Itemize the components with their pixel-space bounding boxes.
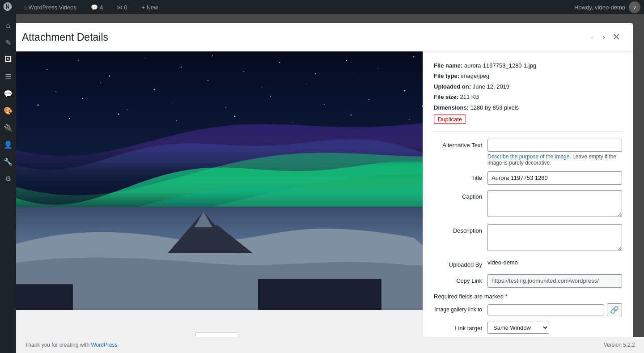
sidebar-icon-appearance[interactable]: 🎨 [0, 103, 16, 118]
alt-text-link[interactable]: Describe the purpose of the image [487, 153, 569, 160]
close-modal-button[interactable]: ✕ [610, 30, 622, 44]
file-size-value: 211 KB [460, 94, 479, 100]
chevron-right-icon: › [602, 33, 605, 42]
sidebar-icon-media[interactable]: 🖼 [0, 52, 16, 67]
uploaded-by-wrap: video-demo [487, 258, 622, 266]
copy-link-row: Copy Link [434, 274, 622, 288]
description-wrap [487, 224, 622, 253]
site-name: WordPress Videos [29, 4, 76, 11]
uploaded-by-row: Uploaded By video-demo [434, 258, 622, 269]
avatar: v [629, 1, 640, 13]
file-size-row: File size: 211 KB [434, 92, 622, 102]
file-name-row: File name: aurora-1197753_1280-1.jpg [434, 60, 622, 71]
comments-item[interactable]: 💬 4 [87, 2, 106, 13]
link-target-row: Link target Same Window New Window Light… [434, 322, 622, 334]
link-target-label: Link target [434, 322, 487, 332]
comment-bubble-icon: 💬 [91, 4, 98, 11]
modal-title: Attachment Details [22, 31, 108, 43]
file-type-value: image/jpeg [461, 72, 490, 79]
uploaded-by-label: Uploaded By [434, 258, 487, 269]
uploaded-on-value: June 12, 2019 [473, 83, 509, 90]
image-panel: Edit Image [11, 51, 423, 353]
modal-navigation: ‹ › ✕ [587, 30, 622, 44]
title-row: Title [434, 171, 622, 185]
sidebar-icon-dashboard[interactable]: ⌂ [0, 18, 16, 33]
gallery-link-wrap: 🔗 [487, 303, 622, 316]
dimensions-row: Dimensions: 1280 by 853 pixels [434, 102, 622, 113]
title-wrap [487, 171, 622, 185]
caption-row: Caption [434, 190, 622, 219]
sidebar-icon-tools[interactable]: 🔧 [0, 154, 16, 169]
home-icon: ⌂ [23, 4, 27, 11]
sidebar-icon-users[interactable]: 👤 [0, 137, 16, 152]
modal-header: Attachment Details ‹ › ✕ [11, 23, 633, 51]
sidebar-icon-posts[interactable]: ✎ [0, 35, 16, 50]
alt-text-label: Alternative Text [434, 139, 487, 149]
new-label: + New [142, 4, 158, 11]
attachment-image [11, 51, 423, 310]
copy-link-wrap [487, 274, 622, 288]
gallery-link-icon-button[interactable]: 🔗 [607, 303, 622, 316]
form-section: Alternative Text Describe the purpose of… [434, 139, 622, 288]
admin-bar: 🅦 ⌂ WordPress Videos 💬 4 ✉ 0 + New Howdy… [0, 0, 644, 14]
comment-count: 4 [100, 4, 103, 11]
alt-text-row: Alternative Text Describe the purpose of… [434, 139, 622, 166]
alt-text-hint: Describe the purpose of the image. Leave… [487, 153, 622, 166]
required-notice: Required fields are marked * [434, 293, 622, 300]
file-info-section: File name: aurora-1197753_1280-1.jpg Fil… [434, 60, 622, 124]
caption-wrap [487, 190, 622, 219]
attachment-details-modal: Attachment Details ‹ › ✕ Edit Image [11, 23, 633, 353]
modal-overlay: Attachment Details ‹ › ✕ Edit Image [0, 14, 644, 353]
message-icon: ✉ [117, 4, 122, 11]
details-panel: File name: aurora-1197753_1280-1.jpg Fil… [423, 51, 633, 353]
file-type-row: File type: image/jpeg [434, 71, 622, 81]
message-count: 0 [124, 4, 127, 11]
new-item[interactable]: + New [138, 2, 162, 13]
file-size-label: File size: [434, 94, 458, 100]
uploaded-on-row: Uploaded on: June 12, 2019 [434, 81, 622, 92]
link-target-select[interactable]: Same Window New Window Lightbox [487, 322, 549, 334]
alt-text-wrap: Describe the purpose of the image. Leave… [487, 139, 622, 166]
prev-attachment-button[interactable]: ‹ [587, 31, 597, 44]
gallery-link-input[interactable] [487, 304, 604, 315]
copy-link-label: Copy Link [434, 274, 487, 285]
caption-textarea[interactable] [487, 190, 622, 217]
howdy-text: Howdy, video-demo [574, 4, 625, 11]
wordpress-link[interactable]: WordPress [91, 342, 117, 348]
sidebar-icon-pages[interactable]: ☰ [0, 69, 16, 84]
uploaded-by-value: video-demo [487, 256, 518, 266]
title-label: Title [434, 171, 487, 182]
version-text: Version 5.2.2 [604, 337, 635, 353]
sidebar-icon-settings[interactable]: ⚙ [0, 171, 16, 186]
file-type-label: File type: [434, 72, 459, 79]
required-asterisk: * [505, 293, 508, 300]
wp-sidebar: ⌂ ✎ 🖼 ☰ 💬 🎨 🔌 👤 🔧 ⚙ [0, 14, 16, 353]
link-icon: 🔗 [610, 306, 619, 314]
dimensions-label: Dimensions: [434, 104, 469, 111]
close-icon: ✕ [612, 31, 620, 43]
sidebar-icon-comments[interactable]: 💬 [0, 86, 16, 101]
site-name-item[interactable]: ⌂ WordPress Videos [20, 2, 80, 13]
footer-text: Thank you for creating with [25, 342, 89, 348]
wp-logo-icon[interactable]: 🅦 [4, 2, 13, 13]
image-gallery-link-label: Image gallery link to [434, 303, 487, 314]
description-row: Description [434, 224, 622, 253]
description-label: Description [434, 224, 487, 235]
duplicate-button[interactable]: Duplicate [434, 115, 466, 124]
alt-text-input[interactable] [487, 139, 622, 152]
uploaded-on-label: Uploaded on: [434, 83, 471, 90]
sidebar-icon-plugins[interactable]: 🔌 [0, 120, 16, 135]
messages-item[interactable]: ✉ 0 [114, 2, 131, 13]
copy-link-input[interactable] [487, 274, 622, 288]
next-attachment-button[interactable]: › [599, 31, 609, 44]
link-target-wrap: Same Window New Window Lightbox [487, 322, 622, 334]
caption-label: Caption [434, 190, 487, 201]
chevron-left-icon: ‹ [591, 33, 593, 42]
dimensions-value: 1280 by 853 pixels [470, 104, 519, 111]
file-name-value: aurora-1197753_1280-1.jpg [464, 62, 536, 69]
title-input[interactable] [487, 171, 622, 185]
image-gallery-link-row: Image gallery link to 🔗 [434, 303, 622, 316]
description-textarea[interactable] [487, 224, 622, 251]
footer: Thank you for creating with WordPress. V… [16, 337, 644, 353]
file-name-label: File name: [434, 62, 462, 69]
